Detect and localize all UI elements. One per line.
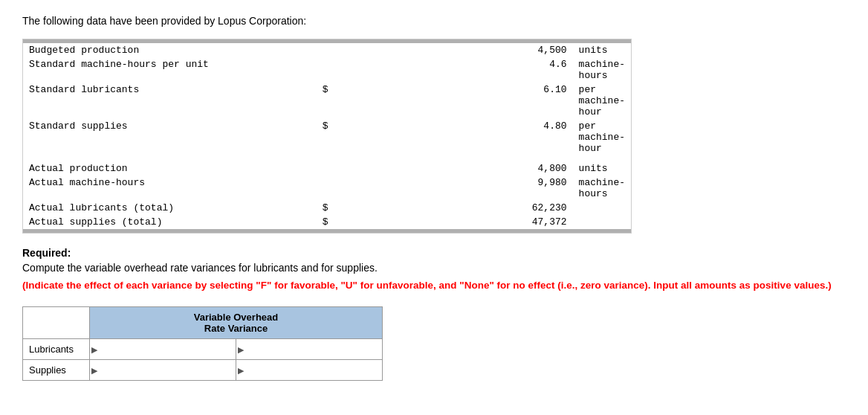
table-row: Actual production 4,800 units (23, 161, 631, 176)
supplies-amount-field[interactable] (96, 364, 230, 376)
table-header-row: Variable OverheadRate Variance (23, 307, 383, 339)
row-value: 4,800 (334, 161, 573, 176)
supplies-label: Supplies (23, 360, 90, 381)
supplies-effect-field[interactable] (242, 364, 376, 376)
required-note: (Indicate the effect of each variance by… (22, 278, 846, 293)
dollar-sign (317, 161, 334, 176)
table-row: Actual supplies (total) $ 47,372 (23, 215, 631, 229)
required-label: Required: (22, 247, 846, 259)
bottom-gray-bar (23, 229, 631, 233)
lubricants-row: Lubricants ▶ ▶ (23, 339, 383, 360)
table-row: Actual lubricants (total) $ 62,230 (23, 201, 631, 215)
row-label: Standard supplies (23, 119, 317, 155)
data-table: Budgeted production 4,500 units Standard… (23, 39, 631, 233)
row-label: Budgeted production (23, 43, 317, 57)
lubricants-label: Lubricants (23, 339, 90, 360)
variance-header: Variable OverheadRate Variance (90, 307, 383, 339)
row-unit: units (573, 161, 631, 176)
dollar-sign: $ (317, 83, 334, 119)
empty-header (23, 307, 90, 339)
dollar-sign (317, 176, 334, 201)
row-label: Actual machine-hours (23, 176, 317, 201)
lubricants-amount-field[interactable] (96, 344, 230, 355)
table-row: Standard lubricants $ 6.10 per machine-h… (23, 83, 631, 119)
table-row: Actual machine-hours 9,980 machine-hours (23, 176, 631, 201)
variance-table: Variable OverheadRate Variance Lubricant… (22, 306, 383, 381)
dollar-sign: $ (317, 215, 334, 229)
supplies-left-arrow: ▶ (91, 365, 97, 375)
data-table-wrapper: Budgeted production 4,500 units Standard… (22, 39, 632, 234)
supplies-effect-input[interactable]: ▶ (236, 360, 383, 381)
lubricants-effect-field[interactable] (242, 344, 376, 355)
lubricants-effect-input[interactable]: ▶ (236, 339, 383, 360)
table-row: Standard machine-hours per unit 4.6 mach… (23, 57, 631, 83)
row-unit: machine-hours (573, 57, 631, 83)
row-unit: machine-hours (573, 176, 631, 201)
supplies-right-arrow: ▶ (238, 365, 244, 375)
row-unit: units (573, 43, 631, 57)
section-gap (23, 155, 631, 161)
row-label: Actual lubricants (total) (23, 201, 317, 215)
supplies-value-input[interactable]: ▶ (90, 360, 236, 381)
dollar-sign: $ (317, 201, 334, 215)
table-row: Budgeted production 4,500 units (23, 43, 631, 57)
row-value: 9,980 (334, 176, 573, 201)
required-body: Compute the variable overhead rate varia… (22, 262, 846, 274)
dollar-sign (317, 57, 334, 83)
required-section: Required: Compute the variable overhead … (22, 247, 846, 293)
row-value: 62,230 (334, 201, 573, 215)
row-value: 47,372 (334, 215, 573, 229)
supplies-row: Supplies ▶ ▶ (23, 360, 383, 381)
row-value: 4.80 (334, 119, 573, 155)
dollar-sign (317, 43, 334, 57)
row-unit: per machine-hour (573, 119, 631, 155)
lubricants-left-arrow: ▶ (91, 344, 97, 354)
row-value: 4,500 (334, 43, 573, 57)
lubricants-right-arrow: ▶ (238, 344, 244, 354)
row-value: 4.6 (334, 57, 573, 83)
lubricants-value-input[interactable]: ▶ (90, 339, 236, 360)
row-unit (573, 215, 631, 229)
intro-text: The following data have been provided by… (22, 15, 846, 27)
row-unit: per machine-hour (573, 83, 631, 119)
row-unit (573, 201, 631, 215)
row-label: Standard lubricants (23, 83, 317, 119)
dollar-sign: $ (317, 119, 334, 155)
row-label: Actual supplies (total) (23, 215, 317, 229)
variance-table-wrapper: Variable OverheadRate Variance Lubricant… (22, 306, 846, 381)
row-label: Actual production (23, 161, 317, 176)
row-value: 6.10 (334, 83, 573, 119)
row-label: Standard machine-hours per unit (23, 57, 317, 83)
table-row: Standard supplies $ 4.80 per machine-hou… (23, 119, 631, 155)
